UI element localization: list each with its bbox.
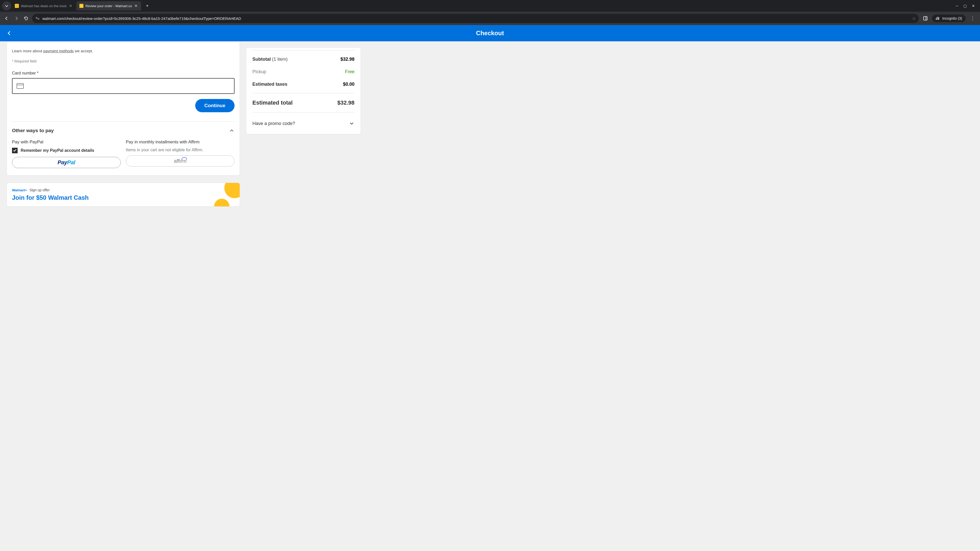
- affirm-title: Pay in monthly installments with Affirm: [126, 140, 234, 148]
- page-viewport: Checkout Learn more about payment method…: [0, 25, 980, 551]
- subtotal-row: Subtotal (1 item) $32.98: [252, 53, 355, 65]
- promo-code-toggle[interactable]: Have a promo code?: [252, 115, 355, 128]
- total-value: $32.98: [337, 100, 355, 106]
- other-pay-options: Pay with PayPal Remember my PayPal accou…: [12, 135, 234, 168]
- total-row: Estimated total $32.98: [252, 96, 355, 110]
- svg-rect-0: [36, 17, 37, 17]
- tabs-dropdown-button[interactable]: [2, 1, 11, 11]
- page-scroll[interactable]: Checkout Learn more about payment method…: [0, 25, 980, 551]
- payment-column: Learn more about payment methods we acce…: [6, 41, 240, 206]
- chevron-down-icon: [5, 4, 8, 8]
- total-label: Estimated total: [252, 100, 293, 106]
- paypal-title: Pay with PayPal: [12, 140, 121, 148]
- card-number-label: Card number *: [12, 66, 234, 78]
- order-summary-card: Subtotal (1 item) $32.98 Pickup Free Est…: [246, 48, 361, 134]
- promo-subtitle: Sign up offer: [29, 188, 49, 192]
- minimize-button[interactable]: ─: [956, 4, 958, 8]
- back-button[interactable]: [3, 15, 10, 22]
- incognito-label: Incognito (3): [942, 16, 962, 21]
- payment-methods-link[interactable]: payment methods: [43, 49, 74, 53]
- page-title: Checkout: [0, 30, 980, 37]
- pickup-label: Pickup: [252, 69, 266, 75]
- card-number-input[interactable]: [27, 79, 230, 94]
- paypal-option: Pay with PayPal Remember my PayPal accou…: [12, 140, 121, 168]
- affirm-option: Pay in monthly installments with Affirm …: [126, 140, 234, 168]
- other-ways-heading: Other ways to pay: [12, 128, 54, 133]
- promo-badge-row: Walmart+ Sign up offer: [12, 188, 234, 192]
- window-controls: ─ ▢ ✕: [953, 4, 978, 8]
- checkout-back-button[interactable]: [6, 30, 12, 36]
- browser-chrome: ✦ Walmart has deals on the most ✕ ✦ Revi…: [0, 0, 980, 25]
- affirm-logo: affirm: [174, 158, 186, 164]
- pickup-row: Pickup Free: [252, 65, 355, 78]
- checkmark-icon: [13, 148, 17, 152]
- paypal-button[interactable]: PayPal: [12, 157, 121, 168]
- url-text: walmart.com/checkout/review-order?pcid=5…: [42, 16, 910, 21]
- subtotal-label: Subtotal (1 item): [252, 57, 288, 62]
- payment-card: Learn more about payment methods we acce…: [6, 41, 240, 176]
- card-number-field[interactable]: [12, 78, 234, 94]
- walmart-plus-banner[interactable]: Walmart+ Sign up offer Join for $50 Walm…: [6, 183, 240, 206]
- other-ways-toggle[interactable]: Other ways to pay: [12, 122, 234, 135]
- affirm-button: affirm: [126, 156, 234, 167]
- taxes-value: $0.00: [343, 82, 355, 87]
- taxes-label: Estimated taxes: [252, 82, 287, 87]
- reload-button[interactable]: [22, 15, 30, 22]
- incognito-icon: [935, 16, 940, 21]
- nav-bar: walmart.com/checkout/review-order?pcid=5…: [0, 12, 980, 25]
- arrow-left-icon: [4, 16, 9, 21]
- close-window-button[interactable]: ✕: [972, 4, 975, 8]
- walmart-favicon: ✦: [80, 4, 83, 8]
- tab-close-button[interactable]: ✕: [68, 4, 73, 8]
- tab-title: Walmart has deals on the most: [21, 4, 67, 8]
- incognito-badge[interactable]: Incognito (3): [932, 14, 966, 22]
- tab-close-button[interactable]: ✕: [134, 4, 138, 8]
- bookmark-star-icon[interactable]: ☆: [912, 16, 916, 21]
- tab-inactive[interactable]: ✦ Walmart has deals on the most ✕: [12, 1, 76, 11]
- svg-rect-2: [38, 19, 39, 20]
- pickup-value: Free: [345, 69, 355, 75]
- maximize-button[interactable]: ▢: [963, 4, 967, 8]
- chevron-left-icon: [6, 30, 12, 36]
- remember-paypal-row: Remember my PayPal account details: [12, 148, 121, 157]
- svg-rect-3: [924, 17, 927, 20]
- summary-column: Subtotal (1 item) $32.98 Pickup Free Est…: [246, 41, 361, 206]
- taxes-row: Estimated taxes $0.00: [252, 78, 355, 91]
- browser-menu-button[interactable]: ⋮: [968, 16, 977, 21]
- svg-rect-1: [36, 18, 39, 19]
- paypal-logo: PayPal: [57, 159, 75, 166]
- reload-icon: [24, 16, 29, 21]
- chevron-down-icon: [349, 121, 355, 126]
- main-content: Learn more about payment methods we acce…: [0, 41, 368, 217]
- chevron-up-icon: [229, 128, 234, 133]
- credit-card-icon: [17, 83, 24, 89]
- arrow-right-icon: [14, 16, 19, 21]
- remember-paypal-label: Remember my PayPal account details: [21, 148, 94, 153]
- checkout-header: Checkout: [0, 25, 980, 41]
- tab-bar: ✦ Walmart has deals on the most ✕ ✦ Revi…: [0, 0, 980, 12]
- new-tab-button[interactable]: +: [144, 2, 151, 10]
- required-field-note: * Required field: [12, 55, 234, 66]
- side-panel-icon[interactable]: [921, 16, 929, 21]
- forward-button[interactable]: [13, 15, 20, 22]
- svg-rect-5: [17, 83, 24, 89]
- site-settings-icon[interactable]: [35, 16, 40, 21]
- walmart-plus-logo: Walmart+: [12, 188, 27, 192]
- learn-more-text: Learn more about payment methods we acce…: [12, 41, 234, 55]
- address-bar[interactable]: walmart.com/checkout/review-order?pcid=5…: [32, 14, 919, 23]
- tab-active[interactable]: ✦ Review your order - Walmart.co ✕: [76, 1, 141, 11]
- subtotal-value: $32.98: [340, 57, 355, 62]
- continue-button[interactable]: Continue: [195, 99, 234, 112]
- promo-code-label: Have a promo code?: [252, 121, 295, 126]
- walmart-favicon: ✦: [15, 4, 19, 8]
- promo-headline: Join for $50 Walmart Cash: [12, 192, 234, 201]
- tab-title: Review your order - Walmart.co: [86, 4, 132, 8]
- remember-paypal-checkbox[interactable]: [12, 148, 18, 153]
- affirm-ineligible-note: Items in your cart are not eligible for …: [126, 148, 234, 156]
